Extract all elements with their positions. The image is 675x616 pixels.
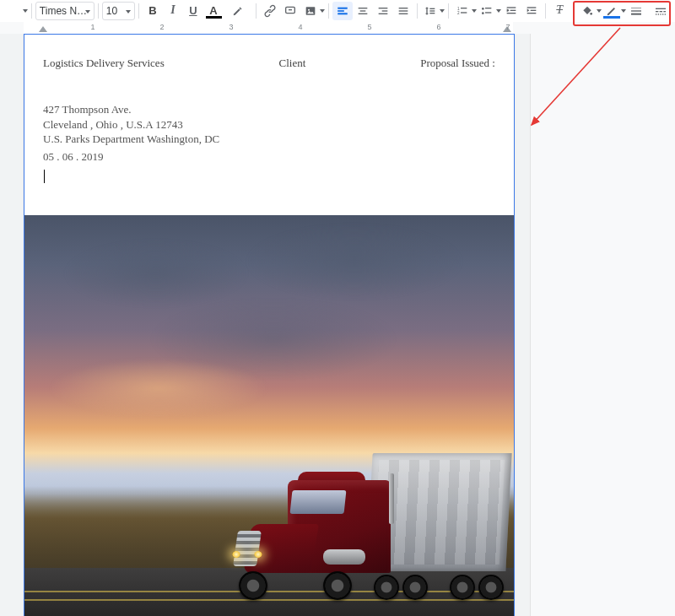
- clear-formatting-button[interactable]: T: [549, 2, 570, 20]
- formatting-toolbar: Times N… 10 B I U A: [0, 0, 675, 23]
- header-left[interactable]: Logistics Delivery Services: [43, 57, 165, 70]
- svg-text:1: 1: [457, 7, 460, 11]
- align-left-icon: [336, 4, 349, 18]
- svg-rect-7: [358, 8, 367, 8]
- border-weight-icon: [629, 4, 643, 18]
- truck-cab: [281, 472, 391, 573]
- svg-rect-12: [378, 14, 387, 14]
- svg-rect-26: [485, 12, 491, 13]
- font-size-value: 10: [106, 5, 117, 17]
- ruler-number: 3: [229, 23, 233, 31]
- left-indent-marker[interactable]: [39, 26, 47, 32]
- italic-icon: I: [170, 3, 175, 17]
- svg-rect-15: [398, 14, 408, 14]
- font-size-select[interactable]: 10: [102, 2, 135, 20]
- canvas-gutter: [530, 34, 675, 616]
- font-family-select[interactable]: Times N…: [35, 2, 94, 20]
- border-color-button[interactable]: [602, 2, 626, 20]
- document-page[interactable]: Logistics Delivery Services Client Propo…: [24, 34, 515, 616]
- svg-rect-42: [658, 14, 659, 14]
- bulleted-list-button[interactable]: [477, 2, 501, 20]
- highlighter-icon: [231, 4, 245, 18]
- document-canvas[interactable]: Logistics Delivery Services Client Propo…: [0, 34, 675, 616]
- svg-point-33: [590, 13, 592, 15]
- decrease-indent-button[interactable]: [501, 2, 521, 20]
- underline-button[interactable]: U: [183, 2, 203, 20]
- svg-rect-45: [665, 14, 666, 14]
- toolbar-separator: [328, 3, 329, 19]
- svg-rect-36: [631, 14, 641, 15]
- line-spacing-button[interactable]: [420, 2, 445, 20]
- increase-indent-button[interactable]: [521, 2, 542, 20]
- image-icon: [304, 4, 317, 18]
- svg-rect-31: [531, 10, 537, 11]
- line-spacing-icon: [424, 4, 437, 18]
- svg-rect-18: [430, 13, 435, 14]
- numbered-list-button[interactable]: 1 2: [452, 2, 477, 20]
- toolbar-separator: [545, 3, 546, 19]
- comment-icon: [284, 4, 297, 18]
- toolbar-separator: [573, 3, 574, 19]
- svg-rect-34: [631, 8, 641, 8]
- svg-rect-37: [656, 8, 666, 9]
- header-right[interactable]: Proposal Issued :: [420, 57, 495, 70]
- align-justify-button[interactable]: [393, 2, 413, 20]
- toolbar-separator: [98, 3, 99, 19]
- bulleted-list-icon: [480, 4, 494, 18]
- svg-rect-17: [430, 10, 435, 11]
- link-icon: [263, 4, 277, 18]
- svg-rect-9: [358, 14, 367, 14]
- cloud: [49, 359, 268, 418]
- svg-rect-4: [338, 8, 347, 8]
- address-block[interactable]: 427 Thompson Ave. Cleveland , Ohio , U.S…: [24, 70, 514, 164]
- svg-rect-28: [510, 10, 516, 11]
- svg-rect-44: [662, 14, 663, 14]
- text-color-button[interactable]: A: [203, 2, 228, 20]
- decrease-indent-icon: [505, 4, 518, 18]
- address-line-3: U.S. Parks Department Washington, DC: [43, 132, 495, 147]
- highlight-color-button[interactable]: [228, 2, 252, 20]
- header-center[interactable]: Client: [279, 57, 306, 70]
- numbered-list-icon: 1 2: [456, 4, 469, 18]
- border-color-swatch: [603, 16, 620, 19]
- align-right-icon: [376, 4, 390, 18]
- align-left-button[interactable]: [332, 2, 353, 20]
- underline-icon: U: [189, 4, 197, 17]
- ruler-number: 5: [367, 23, 371, 31]
- ruler-number: 4: [298, 23, 302, 31]
- document-date: 05 . 06 . 2019: [43, 147, 495, 165]
- bold-icon: B: [148, 4, 156, 17]
- ruler-number: 2: [159, 23, 164, 31]
- insert-comment-button[interactable]: [280, 2, 300, 20]
- svg-rect-27: [507, 7, 516, 8]
- align-right-button[interactable]: [373, 2, 393, 20]
- svg-rect-41: [656, 14, 656, 14]
- more-dropdown[interactable]: [3, 2, 28, 20]
- toolbar-separator: [31, 3, 32, 19]
- insert-image-button[interactable]: [300, 2, 325, 20]
- insert-link-button[interactable]: [260, 2, 280, 20]
- ruler-number: 7: [505, 23, 510, 31]
- text-color-swatch: [206, 16, 222, 19]
- svg-rect-38: [656, 11, 658, 12]
- bold-button[interactable]: B: [143, 2, 163, 20]
- italic-button[interactable]: I: [163, 2, 183, 20]
- border-dash-icon: [654, 4, 667, 18]
- svg-rect-6: [338, 14, 347, 14]
- horizontal-ruler[interactable]: 1 2 3 4 5 6 7: [0, 22, 675, 35]
- svg-point-23: [482, 8, 484, 10]
- border-weight-button[interactable]: [626, 2, 651, 20]
- hero-image[interactable]: [24, 215, 514, 616]
- svg-rect-29: [507, 13, 516, 14]
- border-dash-button[interactable]: [651, 2, 675, 20]
- address-line-1: 427 Thompson Ave.: [43, 102, 495, 117]
- cloud: [63, 240, 249, 307]
- page-content: Logistics Delivery Services Client Propo…: [24, 35, 514, 164]
- align-center-button[interactable]: [353, 2, 373, 20]
- svg-point-3: [308, 9, 310, 11]
- toolbar-separator: [138, 3, 139, 19]
- fill-color-button[interactable]: [577, 2, 602, 20]
- toolbar-separator: [417, 3, 418, 19]
- page-header-row: Logistics Delivery Services Client Propo…: [24, 35, 514, 70]
- align-justify-icon: [397, 4, 410, 18]
